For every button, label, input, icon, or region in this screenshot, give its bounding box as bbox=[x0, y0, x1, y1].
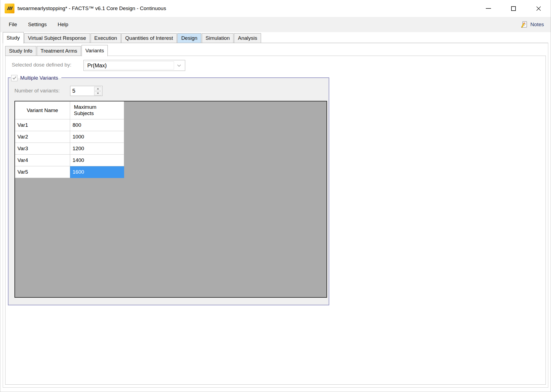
tab-study[interactable]: Study bbox=[3, 32, 24, 43]
menu-help[interactable]: Help bbox=[52, 22, 74, 28]
table-row: Var5 1600 bbox=[15, 166, 124, 178]
cell-maximum-subjects-selected[interactable]: 1600 bbox=[70, 166, 124, 178]
table-row: Var3 1200 bbox=[15, 143, 124, 155]
window-controls bbox=[476, 0, 551, 17]
subtab-variants[interactable]: Variants bbox=[82, 45, 108, 56]
tab-analysis[interactable]: Analysis bbox=[234, 33, 261, 43]
variants-datagrid: Variant Name Maximum Subjects Var1 800 V… bbox=[14, 101, 327, 298]
selected-dose-value: Pr(Max) bbox=[85, 61, 174, 70]
column-header-variant-name: Variant Name bbox=[15, 101, 70, 119]
maximize-icon bbox=[511, 6, 516, 11]
cell-maximum-subjects[interactable]: 800 bbox=[70, 119, 124, 131]
window-title: twoarmearlystopping* - FACTS™ v6.1 Core … bbox=[17, 5, 166, 11]
column-header-line2: Subjects bbox=[74, 110, 124, 117]
table-row: Var1 800 bbox=[15, 119, 124, 131]
cell-maximum-subjects[interactable]: 1400 bbox=[70, 155, 124, 166]
table-row: Var4 1400 bbox=[15, 155, 124, 166]
titlebar: twoarmearlystopping* - FACTS™ v6.1 Core … bbox=[0, 0, 551, 17]
notes-button-label: Notes bbox=[530, 22, 544, 28]
arrow-up-icon bbox=[97, 88, 99, 89]
number-of-variants-label: Number of variants: bbox=[14, 88, 60, 94]
combobox-dropdown-button[interactable] bbox=[174, 61, 184, 70]
number-of-variants-stepper[interactable]: 5 bbox=[70, 86, 103, 96]
chevron-down-icon bbox=[177, 64, 181, 67]
subtab-study-info[interactable]: Study Info bbox=[5, 46, 36, 56]
close-icon bbox=[536, 6, 541, 11]
study-tab-page: Study Info Treatment Arms Variants Selec… bbox=[3, 43, 548, 388]
stepper-up-button[interactable] bbox=[94, 87, 101, 91]
facts-logo-slashes-icon bbox=[6, 5, 13, 11]
selected-dose-combobox[interactable]: Pr(Max) bbox=[83, 60, 185, 71]
close-button[interactable] bbox=[526, 0, 551, 17]
cell-variant-name[interactable]: Var5 bbox=[15, 166, 70, 178]
arrow-down-icon bbox=[97, 93, 99, 94]
subtab-treatment-arms[interactable]: Treatment Arms bbox=[37, 46, 81, 56]
table-row: Var2 1000 bbox=[15, 131, 124, 143]
column-header-maximum-subjects: Maximum Subjects bbox=[70, 101, 124, 119]
cell-variant-name[interactable]: Var2 bbox=[15, 131, 70, 143]
selected-dose-label: Selected dose defined by: bbox=[12, 62, 71, 68]
multiple-variants-title: Multiple Variants bbox=[20, 75, 58, 81]
tab-simulation[interactable]: Simulation bbox=[202, 33, 234, 43]
tab-quantities-of-interest[interactable]: Quantities of Interest bbox=[121, 33, 177, 43]
tab-virtual-subject-response[interactable]: Virtual Subject Response bbox=[24, 33, 90, 43]
tab-execution[interactable]: Execution bbox=[91, 33, 121, 43]
cell-variant-name[interactable]: Var1 bbox=[15, 119, 70, 131]
variants-grid-rows: Variant Name Maximum Subjects Var1 800 V… bbox=[15, 101, 124, 178]
minimize-icon bbox=[486, 8, 491, 9]
study-sub-tabstrip: Study Info Treatment Arms Variants bbox=[5, 45, 108, 56]
stepper-down-button[interactable] bbox=[94, 91, 101, 95]
table-header-row: Variant Name Maximum Subjects bbox=[15, 101, 124, 119]
cell-variant-name[interactable]: Var4 bbox=[15, 155, 70, 166]
main-tabstrip: Study Virtual Subject Response Execution… bbox=[3, 32, 262, 43]
menubar: File Settings Help Notes bbox=[0, 17, 551, 32]
cell-maximum-subjects[interactable]: 1200 bbox=[70, 143, 124, 155]
column-header-line1: Maximum bbox=[74, 104, 124, 110]
cell-variant-name[interactable]: Var3 bbox=[15, 143, 70, 155]
cell-maximum-subjects[interactable]: 1000 bbox=[70, 131, 124, 143]
menu-file[interactable]: File bbox=[3, 22, 23, 28]
number-of-variants-value[interactable]: 5 bbox=[70, 86, 94, 96]
maximize-button[interactable] bbox=[501, 0, 526, 17]
tab-design[interactable]: Design bbox=[177, 33, 201, 43]
minimize-button[interactable] bbox=[476, 0, 501, 17]
notes-notepad-pencil-icon bbox=[520, 20, 528, 29]
menu-settings[interactable]: Settings bbox=[23, 22, 52, 28]
multiple-variants-legend: Multiple Variants bbox=[11, 74, 61, 82]
variants-sub-page: Selected dose defined by: Pr(Max) Multip… bbox=[5, 56, 546, 385]
multiple-variants-checkbox[interactable] bbox=[11, 75, 17, 81]
facts-app-icon bbox=[5, 4, 14, 13]
checkmark-icon bbox=[12, 76, 17, 80]
notes-button[interactable]: Notes bbox=[520, 20, 544, 29]
stepper-buttons bbox=[94, 86, 102, 96]
multiple-variants-groupbox: Multiple Variants Number of variants: 5 bbox=[8, 77, 329, 305]
